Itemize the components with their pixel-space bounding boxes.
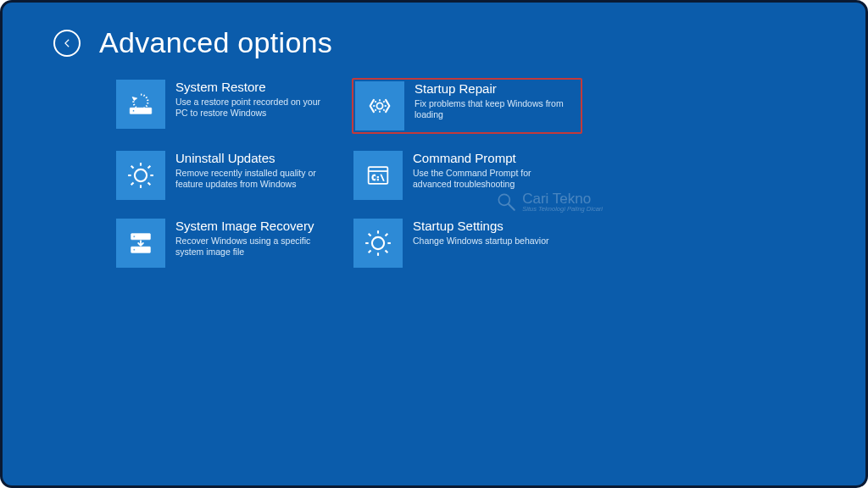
svg-line-37 (509, 204, 515, 210)
page-title: Advanced options (99, 26, 332, 59)
arrow-left-icon (61, 37, 73, 49)
svg-line-17 (148, 183, 151, 186)
watermark-main: Cari Tekno (522, 191, 603, 206)
watermark-sub: Situs Teknologi Paling Dicari (522, 206, 603, 213)
back-button[interactable] (53, 30, 81, 57)
command-prompt-icon: C:\ (353, 151, 403, 200)
tile-text: System Restore Use a restore point recor… (175, 80, 328, 119)
svg-point-36 (499, 194, 510, 205)
startup-repair-icon (355, 81, 404, 130)
svg-line-33 (386, 251, 388, 253)
svg-point-27 (372, 237, 384, 249)
uninstall-updates-icon (116, 151, 165, 200)
svg-line-7 (375, 101, 376, 102)
tile-text: Startup Repair Fix problems that keep Wi… (415, 81, 567, 121)
svg-line-19 (131, 183, 134, 186)
tile-system-image-recovery[interactable]: System Image Recovery Recover Windows us… (114, 217, 335, 269)
tile-startup-settings[interactable]: Startup Settings Change Windows startup … (352, 217, 572, 269)
tile-desc: Change Windows startup behavior (413, 236, 549, 247)
svg-line-8 (383, 109, 384, 110)
tile-title: Startup Settings (413, 219, 549, 233)
svg-point-2 (376, 103, 382, 108)
svg-line-9 (383, 101, 384, 102)
svg-line-32 (369, 234, 371, 236)
tile-desc: Fix problems that keep Windows from load… (415, 98, 567, 120)
svg-line-10 (375, 109, 376, 110)
tile-text: System Image Recovery Recover Windows us… (175, 219, 328, 258)
tile-title: System Image Recovery (175, 219, 328, 233)
tile-title: System Restore (175, 80, 328, 94)
system-image-recovery-icon (116, 219, 165, 268)
tile-startup-repair[interactable]: Startup Repair Fix problems that keep Wi… (352, 78, 582, 134)
svg-line-18 (148, 166, 151, 169)
svg-point-11 (135, 169, 147, 181)
svg-point-25 (133, 236, 135, 237)
svg-line-35 (369, 251, 371, 253)
magnifier-icon (495, 191, 517, 213)
svg-point-26 (133, 249, 135, 251)
tile-title: Startup Repair (415, 81, 567, 96)
startup-settings-icon (353, 219, 403, 268)
tile-uninstall-updates[interactable]: Uninstall Updates Remove recently instal… (114, 149, 335, 202)
tile-desc: Recover Windows using a specific system … (175, 236, 328, 258)
advanced-options-screen: Advanced options System Restore Use a re… (0, 0, 868, 488)
tile-system-restore[interactable]: System Restore Use a restore point recor… (114, 78, 335, 134)
tile-title: Uninstall Updates (175, 151, 328, 165)
svg-text:C:\: C:\ (371, 174, 384, 182)
svg-line-16 (131, 166, 134, 169)
system-restore-icon (116, 80, 165, 129)
svg-line-34 (386, 234, 388, 236)
tile-text: Uninstall Updates Remove recently instal… (175, 151, 328, 191)
page-header: Advanced options (53, 26, 815, 59)
svg-point-1 (132, 110, 134, 112)
tile-desc: Use a restore point recorded on your PC … (175, 97, 328, 119)
tile-text: Command Prompt Use the Command Prompt fo… (413, 151, 565, 191)
tile-text: Startup Settings Change Windows startup … (413, 219, 549, 247)
options-grid: System Restore Use a restore point recor… (114, 78, 815, 269)
tile-title: Command Prompt (413, 151, 565, 165)
tile-desc: Remove recently installed quality or fea… (175, 168, 328, 190)
tile-desc: Use the Command Prompt for advanced trou… (413, 168, 565, 190)
watermark: Cari Tekno Situs Teknologi Paling Dicari (495, 191, 603, 213)
